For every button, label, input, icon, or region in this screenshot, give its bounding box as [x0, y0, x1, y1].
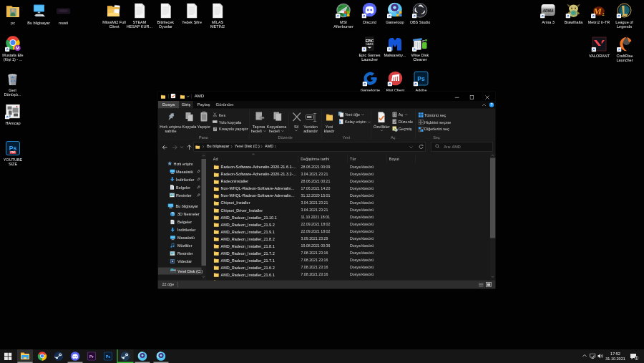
- svg-text:PSD: PSD: [10, 151, 16, 154]
- svg-text:Pr: Pr: [89, 354, 94, 359]
- svg-text:?: ?: [490, 102, 492, 107]
- svg-text:Ps: Ps: [417, 75, 425, 82]
- svg-text:Ps: Ps: [106, 354, 111, 359]
- svg-text:M: M: [16, 46, 19, 50]
